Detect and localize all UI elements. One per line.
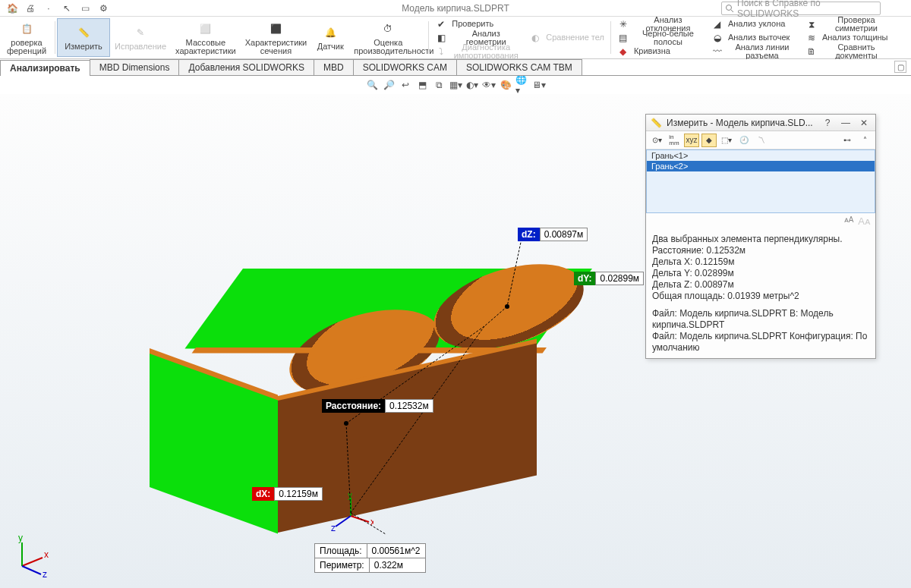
results-text: Два выбранных элемента перпендикулярны. … [646,229,875,358]
section-props-button[interactable]: ⬛Характеристики сечения [241,18,312,57]
units-button[interactable]: in mm [667,134,682,147]
measure-icon: 📏 [651,118,662,128]
title-bar: 🏠 🖨 · ↖ ▭ ⚙ Модель кирпича.SLDPRT Поиск … [0,0,911,17]
tab-cam[interactable]: SOLIDWORKS CAM [353,59,457,75]
dialog-title: Измерить - Модель кирпича.SLD... [667,118,816,128]
svg-text:x: x [370,517,374,527]
zoom-fit-icon[interactable]: 🔍 [365,78,379,92]
mass-props-button[interactable]: ⬜Массовые характеристики [171,18,241,57]
hide-show-icon[interactable]: ◐▾ [465,78,479,92]
svg-point-0 [727,5,732,10]
close-icon[interactable]: ✕ [857,118,871,128]
symmetry-button[interactable]: ⧗Проверка симметрии [801,17,895,31]
import-diag-button[interactable]: ⤵Диагностика импортирования [430,45,525,58]
compare-bodies-button[interactable]: ◐Сравнение тел [525,31,609,45]
svg-line-1 [731,10,733,12]
dialog-toolbar: ⊙▾ in mm xyz ◆ ⬚▾ 🕘 〽 ⊷ ˄ [646,131,875,149]
dz-callout: dZ:0.00897м [518,228,588,241]
gear-icon[interactable]: ⚙ [97,2,109,14]
help-icon[interactable]: ? [821,118,834,128]
area-perimeter-box: Площадь:0.00561м^2 Периметр:0.322м [314,543,426,573]
prev-view-icon[interactable]: ↩ [399,78,412,92]
point-mode-icon[interactable]: ◆ [701,134,717,147]
tab-addins[interactable]: Добавления SOLIDWORKS [178,59,314,75]
check-references-button[interactable]: 📋роверка ференций [0,18,53,57]
appearance-icon[interactable]: 🎨 [499,78,512,92]
sep-icon: · [43,2,55,14]
projection-icon[interactable]: ⬚▾ [719,134,734,147]
quick-access-toolbar: 🏠 🖨 · ↖ ▭ ⚙ [0,2,115,14]
selection-item[interactable]: Грань<2> [647,161,875,171]
zoom-area-icon[interactable]: 🔎 [382,78,396,92]
fix-button[interactable]: ✎Исправление [110,18,171,57]
help-search[interactable]: Поиск в Справке по SOLIDWORKS [721,2,881,15]
svg-line-12 [22,566,41,574]
ribbon: 📋роверка ференций 📏Измерить ✎Исправление… [0,17,911,59]
zebra-button[interactable]: ▤Черно-белые полосы [613,31,707,45]
svg-text:y: y [18,533,23,543]
svg-text:z: z [43,569,47,577]
sensor-button[interactable]: 🔔Датчик [311,18,349,57]
measure-dialog[interactable]: 📏 Измерить - Модель кирпича.SLD... ? — ✕… [645,114,876,359]
display-style-icon[interactable]: ▦▾ [449,78,462,92]
expand-ribbon-icon[interactable]: ▢ [894,61,906,73]
font-smaller-icon[interactable]: ᴀA [844,215,854,227]
perf-button[interactable]: ⏱Оценка производительности [349,18,427,57]
svg-line-2 [351,516,369,522]
font-larger-icon[interactable]: Aᴀ [858,215,871,227]
compare-docs-button[interactable]: 🗎Сравнить документы [801,45,895,58]
dy-callout: dY:0.02899м [574,272,644,285]
measure-button[interactable]: 📏Измерить [57,18,110,57]
arc-mode-icon[interactable]: ⊙▾ [649,134,664,147]
orientation-icon[interactable]: ⧉ [432,78,446,92]
svg-text:x: x [44,549,49,560]
collapse-icon[interactable]: ˄ [857,134,872,147]
draft-button[interactable]: ◢Анализ уклона [707,17,801,31]
dialog-header[interactable]: 📏 Измерить - Модель кирпича.SLD... ? — ✕ [646,115,875,131]
tab-analyze[interactable]: Анализировать [0,60,90,76]
tab-cam-tbm[interactable]: SOLIDWORKS CAM TBM [456,59,582,75]
selection-list[interactable]: Грань<1> Грань<2> [646,149,875,213]
model-origin-triad: x y z [328,493,374,539]
svg-line-4 [336,516,351,527]
tab-mbd-dimensions[interactable]: MBD Dimensions [90,59,180,75]
cursor-icon[interactable]: ↖ [61,2,73,14]
brick-model [243,269,592,496]
document-title: Модель кирпича.SLDPRT [402,3,509,14]
section-view-icon[interactable]: ⬒ [415,78,429,92]
history-icon[interactable]: 🕘 [736,134,752,147]
command-manager-tabs: Анализировать MBD Dimensions Добавления … [0,59,911,76]
print-icon[interactable]: 🖨 [24,2,36,14]
svg-text:z: z [331,523,336,533]
distance-callout: Расстояние:0.12532м [322,399,433,413]
curvature-button[interactable]: ◆Кривизна [613,45,707,58]
scene-icon[interactable]: 👁▾ [482,78,496,92]
xyz-mode-icon[interactable]: xyz [684,134,699,147]
svg-line-8 [22,558,43,566]
home-icon[interactable]: 🏠 [6,2,18,14]
heads-up-toolbar: 🔍 🔎 ↩ ⬒ ⧉ ▦▾ ◐▾ 👁▾ 🎨 🌐▾ 🖥▾ [0,76,911,94]
search-placeholder: Поиск в Справке по SOLIDWORKS [737,0,877,19]
font-size-controls: ᴀA Aᴀ [646,213,875,229]
svg-text:y: y [348,493,352,500]
screen-icon[interactable]: 🖥▾ [532,78,546,92]
view-triad[interactable]: x y z [11,532,56,577]
dx-callout: dX:0.12159м [252,487,323,501]
minimize-icon[interactable]: — [839,118,853,128]
doc-icon[interactable]: ▭ [79,2,91,14]
pin-icon[interactable]: ⊷ [840,134,855,147]
render-icon[interactable]: 🌐▾ [515,78,529,92]
search-icon [725,4,734,13]
sensor-create-icon[interactable]: 〽 [754,134,769,147]
tab-mbd[interactable]: MBD [314,59,354,75]
selection-item[interactable]: Грань<1> [647,150,875,161]
parting-line-button[interactable]: 〰Анализ линии разъема [707,45,801,58]
